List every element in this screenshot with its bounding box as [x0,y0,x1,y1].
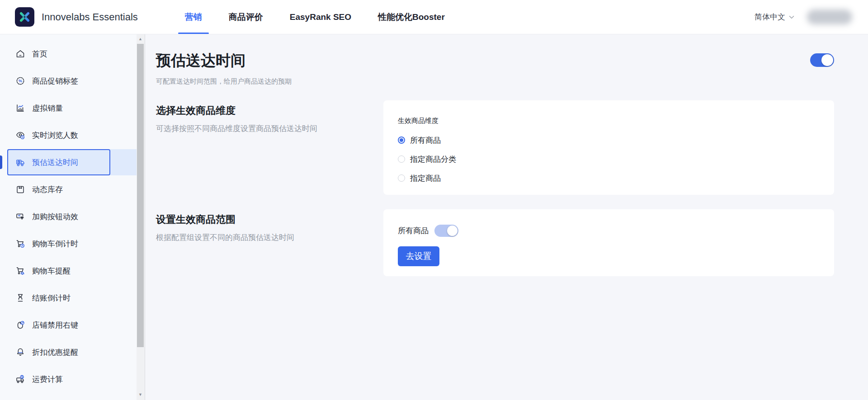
active-item-indicator [0,155,2,169]
sidebar-item-label: 动态库存 [32,184,63,195]
app-body: 首页%商品促销标签虚拟销量实时浏览人数预估送达时间动态库存加购按钮动效购物车倒计… [0,34,868,400]
brand[interactable]: Innovelabs Essentials [15,0,138,34]
sidebar-item-label: 商品促销标签 [32,76,78,86]
sidebar-item-shipping-calc[interactable]: $运费计算 [0,366,137,393]
tab-easyrank-seo[interactable]: EasyRank SEO [283,0,358,34]
go-setup-button[interactable]: 去设置 [398,246,439,266]
scope-toggle-label: 所有商品 [398,226,429,236]
sidebar-item-promo-labels[interactable]: %商品促销标签 [0,67,137,94]
scope-toggle-row: 所有商品 [398,225,820,237]
radio-button[interactable] [398,136,405,144]
sidebar-item-label: 购物车倒计时 [32,239,78,249]
scrollbar-up-arrow-icon[interactable]: ▲ [137,36,144,42]
sidebar-item-delivery-time[interactable]: 预估送达时间 [0,149,137,176]
scope-card: 所有商品 去设置 [383,209,834,276]
scrollbar-down-arrow-icon[interactable]: ▼ [137,391,144,398]
sidebar-item-cart-reminder[interactable]: 购物车提醒 [0,257,137,284]
svg-text:%: % [19,79,22,83]
radio-option-1[interactable]: 指定商品分类 [398,150,820,169]
language-selector[interactable]: 简体中文 [755,12,794,22]
section-intro: 设置生效商品范围 根据配置组设置不同的商品预估送达时间 [156,209,383,276]
radio-option-0[interactable]: 所有商品 [398,131,820,150]
page-subtitle: 可配置送达时间范围，给用户商品送达的预期 [156,77,834,86]
cart-clock-icon [15,239,25,249]
sidebar: 首页%商品促销标签虚拟销量实时浏览人数预估送达时间动态库存加购按钮动效购物车倒计… [0,34,137,400]
button-cursor-icon [15,212,25,221]
home-icon [15,49,25,59]
top-header: Innovelabs Essentials 营销商品评价EasyRank SEO… [0,0,868,34]
page-title: 预估送达时间 [156,51,245,71]
section-heading: 选择生效商品维度 [156,104,365,118]
sidebar-item-label: 购物车提醒 [32,266,71,276]
package-icon [15,184,25,194]
section-effective-dimension: 选择生效商品维度 可选择按照不同商品维度设置商品预估送达时间 生效商品维度 所有… [156,100,834,195]
truck-dollar-icon: $ [15,374,25,384]
toggle-knob [821,54,833,66]
sidebar-item-live-viewers[interactable]: 实时浏览人数 [0,122,137,149]
section-description: 可选择按照不同商品维度设置商品预估送达时间 [156,124,365,134]
feature-master-toggle[interactable] [810,53,834,67]
user-account-blurred[interactable] [807,9,852,24]
tab-product-reviews[interactable]: 商品评价 [222,0,270,34]
sidebar-item-checkout-countdown[interactable]: 结账倒计时 [0,284,137,311]
header-right: 简体中文 [755,0,852,34]
hourglass-icon [15,293,25,303]
radio-label: 所有商品 [410,135,441,146]
sidebar-item-home[interactable]: 首页 [0,40,137,67]
section-heading: 设置生效商品范围 [156,213,365,226]
cart-bell-icon [15,266,25,276]
radio-label: 指定商品分类 [410,154,456,165]
all-products-toggle[interactable] [434,225,458,237]
sidebar-item-label: 店铺禁用右键 [32,320,78,330]
radio-group-label: 生效商品维度 [398,117,820,125]
sidebar-item-label: 结账倒计时 [32,293,71,303]
eye-clock-icon [15,130,25,140]
radio-button[interactable] [398,174,405,182]
page-header: 预估送达时间 [156,48,834,71]
sidebar-item-disable-right-click[interactable]: 店铺禁用右键 [0,311,137,339]
bell-icon [15,347,25,357]
toggle-knob [447,226,458,236]
main-content: 预估送达时间 可配置送达时间范围，给用户商品送达的预期 选择生效商品维度 可选择… [145,34,868,400]
section-effective-scope: 设置生效商品范围 根据配置组设置不同的商品预估送达时间 所有商品 去设置 [156,209,834,276]
sidebar-item-label: 加购按钮动效 [32,212,78,222]
scrollbar-thumb[interactable] [137,44,144,347]
radio-group: 所有商品指定商品分类指定商品 [398,131,820,188]
app-window: Innovelabs Essentials 营销商品评价EasyRank SEO… [0,0,868,400]
sidebar-item-label: 实时浏览人数 [32,130,78,141]
mouse-block-icon [15,320,25,330]
tab-performance-booster[interactable]: 性能优化Booster [371,0,452,34]
sidebar-item-add-to-cart-animation[interactable]: 加购按钮动效 [0,203,137,230]
chevron-down-icon [789,15,794,19]
radio-button[interactable] [398,155,405,163]
tab-marketing[interactable]: 营销 [178,0,209,34]
sidebar-item-label: 折扣优惠提醒 [32,347,78,358]
promo-badge-icon: % [15,76,25,86]
language-label: 简体中文 [755,12,785,22]
section-intro: 选择生效商品维度 可选择按照不同商品维度设置商品预估送达时间 [156,100,383,195]
dimension-card: 生效商品维度 所有商品指定商品分类指定商品 [383,100,834,195]
app-logo-icon [15,7,34,27]
brand-name: Innovelabs Essentials [42,11,138,23]
sales-chart-icon [15,103,25,113]
radio-option-2[interactable]: 指定商品 [398,169,820,188]
sidebar-item-label: 虚拟销量 [32,103,63,113]
section-description: 根据配置组设置不同的商品预估送达时间 [156,233,365,243]
delivery-truck-icon [15,157,25,167]
top-nav: 营销商品评价EasyRank SEO性能优化Booster [178,0,452,34]
sidebar-item-dynamic-stock[interactable]: 动态库存 [0,176,137,203]
radio-label: 指定商品 [410,173,441,184]
sidebar-scrollbar[interactable]: ▲ ▼ [137,34,145,400]
svg-text:$: $ [21,375,23,379]
sidebar-item-label: 首页 [32,49,47,59]
sidebar-item-cart-countdown[interactable]: 购物车倒计时 [0,230,137,257]
sidebar-item-virtual-sales[interactable]: 虚拟销量 [0,94,137,122]
sidebar-item-label: 预估送达时间 [32,157,78,168]
sidebar-item-label: 运费计算 [32,374,63,385]
sidebar-item-discount-reminder[interactable]: 折扣优惠提醒 [0,339,137,366]
